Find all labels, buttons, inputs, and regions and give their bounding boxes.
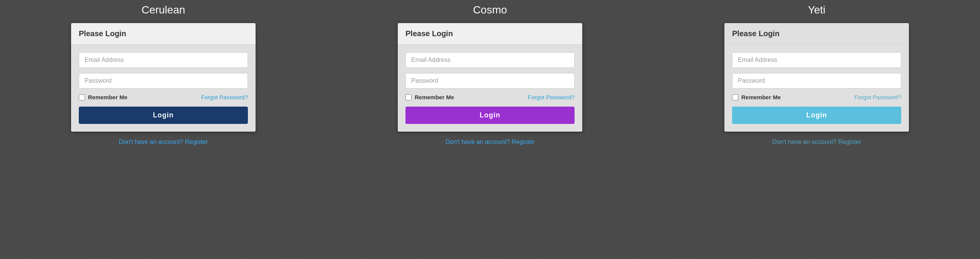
yeti-remember-checkbox[interactable] xyxy=(732,94,738,100)
cosmo-password-input[interactable] xyxy=(405,73,575,89)
cosmo-card: Please Login Remember Me Forgot Password… xyxy=(398,23,582,132)
cosmo-register-link[interactable]: Don't have an account? Register xyxy=(445,139,535,145)
theme-cosmo: Cosmo Please Login Remember Me Forgot Pa… xyxy=(327,4,653,145)
cerulean-register-link[interactable]: Don't have an account? Register xyxy=(119,139,208,145)
yeti-email-input[interactable] xyxy=(732,52,901,68)
cosmo-email-group xyxy=(405,52,575,68)
cosmo-remember-checkbox[interactable] xyxy=(405,94,412,100)
themes-container: Cerulean Please Login Remember Me Forgot… xyxy=(0,0,980,145)
cerulean-email-group xyxy=(79,52,248,68)
theme-yeti-title: Yeti xyxy=(808,4,826,16)
cosmo-card-header: Please Login xyxy=(398,23,582,45)
cosmo-login-button[interactable]: Login xyxy=(405,107,575,124)
theme-cerulean: Cerulean Please Login Remember Me Forgot… xyxy=(0,4,327,145)
yeti-remember-label[interactable]: Remember Me xyxy=(732,94,781,100)
theme-cerulean-title: Cerulean xyxy=(141,4,185,16)
theme-yeti: Yeti Please Login Remember Me Forgot Pas… xyxy=(653,4,980,145)
cosmo-password-group xyxy=(405,73,575,89)
yeti-register-link[interactable]: Don't have an account? Register xyxy=(772,139,861,145)
cerulean-card-body: Remember Me Forgot Password? Login xyxy=(71,45,256,132)
cosmo-form-row: Remember Me Forgot Password? xyxy=(405,94,575,100)
cerulean-password-input[interactable] xyxy=(79,73,248,89)
yeti-password-input[interactable] xyxy=(732,73,901,89)
yeti-card-header: Please Login xyxy=(724,23,909,45)
yeti-login-button[interactable]: Login xyxy=(732,107,901,124)
theme-cosmo-title: Cosmo xyxy=(473,4,507,16)
cerulean-remember-label[interactable]: Remember Me xyxy=(79,94,128,100)
yeti-card: Please Login Remember Me Forgot Password… xyxy=(724,23,909,132)
yeti-email-group xyxy=(732,52,901,68)
cerulean-card-header: Please Login xyxy=(71,23,256,45)
cosmo-forgot-link[interactable]: Forgot Password? xyxy=(528,94,575,100)
cosmo-email-input[interactable] xyxy=(405,52,575,68)
cerulean-card-header-title: Please Login xyxy=(79,29,126,38)
cerulean-login-button[interactable]: Login xyxy=(79,107,248,124)
cerulean-form-row: Remember Me Forgot Password? xyxy=(79,94,248,100)
cosmo-card-body: Remember Me Forgot Password? Login xyxy=(398,45,582,132)
cerulean-remember-checkbox[interactable] xyxy=(79,94,85,100)
yeti-forgot-link[interactable]: Forgot Password? xyxy=(854,94,901,100)
cerulean-forgot-link[interactable]: Forgot Password? xyxy=(201,94,248,100)
yeti-card-header-title: Please Login xyxy=(732,29,779,38)
yeti-form-row: Remember Me Forgot Password? xyxy=(732,94,901,100)
yeti-password-group xyxy=(732,73,901,89)
yeti-card-body: Remember Me Forgot Password? Login xyxy=(724,45,909,132)
cerulean-password-group xyxy=(79,73,248,89)
cerulean-email-input[interactable] xyxy=(79,52,248,68)
cosmo-card-header-title: Please Login xyxy=(405,29,453,38)
cosmo-remember-label[interactable]: Remember Me xyxy=(405,94,454,100)
cerulean-card: Please Login Remember Me Forgot Password… xyxy=(71,23,256,132)
